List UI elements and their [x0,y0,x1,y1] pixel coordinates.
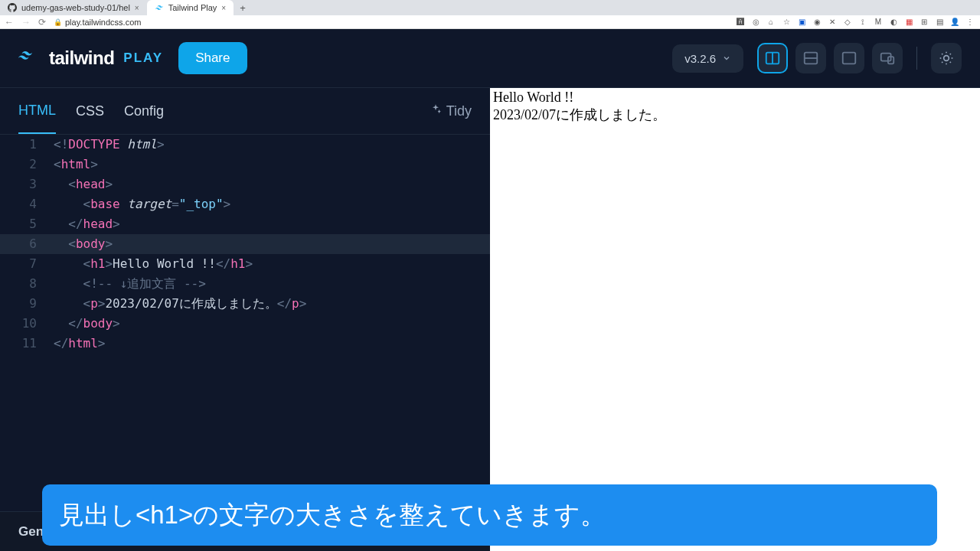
code-line[interactable]: 5 </head> [0,214,490,234]
layout-split-vertical[interactable] [757,43,788,73]
code-content[interactable]: </body> [54,314,490,334]
layout-preview[interactable] [834,43,864,73]
code-content[interactable]: </head> [54,214,490,234]
code-line[interactable]: 6 <body> [0,234,490,254]
tab-html[interactable]: HTML [18,89,56,134]
tailwind-play-app: tailwind PLAY Share v3.2.6 [0,29,980,551]
ext-icon[interactable]: ▣ [796,17,807,28]
share-button[interactable]: Share [178,42,247,74]
ext-icon[interactable]: 🅰 [735,17,746,28]
ext-icon[interactable]: ▤ [934,17,945,28]
ext-icon[interactable]: ◉ [812,17,822,28]
line-number: 7 [0,254,54,274]
layout-responsive[interactable] [872,43,903,73]
ext-icon[interactable]: M [873,17,884,28]
logo-play: PLAY [123,51,163,66]
editor-pane: HTML CSS Config Tidy 1<!DOCTYPE html>2<h… [0,88,490,551]
preview-p: 2023/02/07に作成しました。 [493,106,977,124]
preview-h1: Hello World !! [493,90,977,106]
tailwind-logo-icon [18,51,41,65]
line-number: 8 [0,274,54,294]
tailwind-icon [155,3,164,12]
ext-icon[interactable]: ⊞ [919,17,929,28]
line-number: 3 [0,174,54,194]
caption-overlay: 見出し<h1>の文字の大きさを整えていきます。 [42,484,937,546]
code-content[interactable]: <base target="_top"> [54,194,490,214]
code-line[interactable]: 9 <p>2023/02/07に作成しました。</p> [0,294,490,314]
line-number: 4 [0,194,54,214]
line-number: 2 [0,155,54,174]
new-tab-button[interactable]: + [234,2,252,14]
svg-point-7 [944,56,949,61]
code-content[interactable]: <!-- ↓追加文言 --> [54,274,490,294]
code-line[interactable]: 8 <!-- ↓追加文言 --> [0,274,490,294]
ext-icon[interactable]: ◐ [888,17,899,28]
close-icon[interactable]: × [135,4,139,12]
browser-tab-title: Tailwind Play [168,3,217,12]
code-content[interactable]: </html> [54,334,490,354]
logo[interactable]: tailwind PLAY [18,47,163,69]
ext-icon[interactable]: ▦ [903,17,914,28]
ext-icon[interactable]: ⌂ [766,17,776,28]
layout-split-horizontal[interactable] [795,43,826,73]
menu-icon[interactable]: ⋮ [965,17,975,28]
close-icon[interactable]: × [221,4,226,12]
back-icon[interactable]: ← [5,17,14,28]
code-editor[interactable]: 1<!DOCTYPE html>2<html>3 <head>4 <base t… [0,135,490,511]
code-line[interactable]: 3 <head> [0,174,490,194]
code-line[interactable]: 11</html> [0,334,490,354]
code-line[interactable]: 4 <base target="_top"> [0,194,490,214]
code-content[interactable]: <h1>Hello World !!</h1> [54,254,490,274]
caption-text: 見出し<h1>の文字の大きさを整えていきます。 [59,498,606,533]
code-line[interactable]: 2<html> [0,155,490,174]
ext-icon[interactable]: ⟟ [858,17,868,28]
ext-icon[interactable]: ◎ [750,17,761,28]
code-content[interactable]: <head> [54,174,490,194]
forward-icon[interactable]: → [21,17,31,28]
ext-icon[interactable]: ✕ [827,17,838,28]
browser-extensions: 🅰 ◎ ⌂ ☆ ▣ ◉ ✕ ◇ ⟟ M ◐ ▦ ⊞ ▤ 👤 ⋮ [735,17,975,28]
code-content[interactable]: <!DOCTYPE html> [54,135,490,155]
line-number: 1 [0,135,54,155]
svg-rect-4 [843,53,856,64]
avatar-icon[interactable]: 👤 [949,17,960,28]
tab-css[interactable]: CSS [76,90,104,133]
browser-tab-0[interactable]: udemy-gas-web-study-01/hel × [0,0,147,15]
browser-address-bar: ← → ⟳ 🔒 play.tailwindcss.com 🅰 ◎ ⌂ ☆ ▣ ◉… [0,15,980,29]
code-content[interactable]: <body> [54,234,490,254]
sparkle-icon [430,103,442,119]
theme-toggle[interactable] [931,43,962,73]
svg-line-15 [950,54,951,54]
code-content[interactable]: <html> [54,155,490,174]
line-number: 9 [0,294,54,314]
code-content[interactable]: <p>2023/02/07に作成しました。</p> [54,294,490,314]
ext-icon[interactable]: ◇ [842,17,853,28]
code-line[interactable]: 10 </body> [0,314,490,334]
divider [916,47,917,70]
chevron-down-icon [722,52,731,65]
preview-pane: Hello World !! 2023/02/07に作成しました。 [490,88,980,551]
version-button[interactable]: v3.2.6 [672,44,743,73]
logo-text: tailwind [49,47,114,69]
url-text: play.tailwindcss.com [65,18,141,27]
svg-line-11 [950,62,951,63]
github-icon [8,3,17,12]
url-display[interactable]: 🔒 play.tailwindcss.com [54,18,141,27]
svg-line-14 [942,62,942,63]
line-number: 5 [0,214,54,234]
svg-line-10 [942,54,942,54]
browser-tab-title: udemy-gas-web-study-01/hel [21,3,130,12]
tab-config[interactable]: Config [124,90,164,133]
tidy-button[interactable]: Tidy [430,103,472,119]
editor-tabs: HTML CSS Config Tidy [0,88,490,135]
reload-icon[interactable]: ⟳ [38,17,46,28]
lock-icon: 🔒 [54,18,62,26]
browser-tab-1[interactable]: Tailwind Play × [147,0,234,15]
line-number: 10 [0,314,54,334]
app-body: HTML CSS Config Tidy 1<!DOCTYPE html>2<h… [0,88,980,551]
browser-tab-strip: udemy-gas-web-study-01/hel × Tailwind Pl… [0,0,980,15]
app-header: tailwind PLAY Share v3.2.6 [0,29,980,88]
code-line[interactable]: 1<!DOCTYPE html> [0,135,490,155]
code-line[interactable]: 7 <h1>Hello World !!</h1> [0,254,490,274]
ext-icon[interactable]: ☆ [781,17,792,28]
